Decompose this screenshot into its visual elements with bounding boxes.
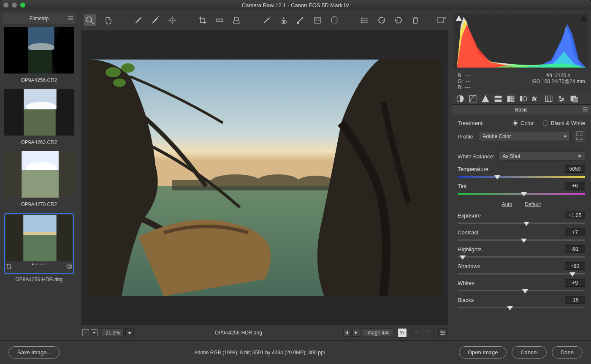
- settings-icon[interactable]: [438, 328, 447, 337]
- info-readout: R:--- G:--- B:--- f/9 1/125 s ISO 100 24…: [452, 70, 591, 93]
- svg-line-31: [91, 22, 94, 24]
- crop-tool-icon[interactable]: [198, 16, 207, 25]
- whites-slider[interactable]: [458, 288, 585, 294]
- svg-point-93: [562, 98, 564, 99]
- next-image-button[interactable]: [352, 329, 360, 337]
- filmstrip-thumb-selected[interactable]: OP9A4256-HDR.dng: [4, 213, 74, 287]
- filmstrip-thumb[interactable]: OP9A4262.CR2: [4, 89, 74, 149]
- tab-presets-icon[interactable]: [557, 95, 566, 103]
- workflow-options-link[interactable]: Adobe RGB (1998); 8 bit; 6591 by 4394 (2…: [60, 350, 459, 356]
- thumb-caption: OP9A4256.CR2: [4, 75, 74, 87]
- highlight-clip-warning-icon[interactable]: [580, 14, 588, 22]
- tab-calibration-icon[interactable]: [545, 95, 553, 103]
- zoom-out-button[interactable]: −: [82, 329, 89, 336]
- panel-menu-icon[interactable]: [582, 106, 588, 114]
- preview-image: [88, 60, 442, 296]
- tab-split-icon[interactable]: [507, 95, 515, 103]
- graduated-filter-tool-icon[interactable]: [313, 16, 322, 25]
- tab-snapshots-icon[interactable]: [570, 95, 578, 103]
- shadows-value[interactable]: +80: [565, 262, 585, 270]
- zoom-in-button[interactable]: +: [91, 329, 98, 336]
- copy-button[interactable]: [425, 328, 434, 337]
- spot-removal-tool-icon[interactable]: [262, 16, 271, 25]
- profile-browser-icon[interactable]: [575, 131, 585, 141]
- exposure-slider[interactable]: [458, 221, 585, 227]
- swap-button[interactable]: [411, 328, 420, 337]
- undo-icon[interactable]: [377, 16, 386, 25]
- white-balance-label: White Balance:: [458, 153, 494, 160]
- preview-area[interactable]: [81, 30, 448, 325]
- highlights-value[interactable]: -91: [565, 245, 585, 253]
- tab-basic-icon[interactable]: [456, 95, 464, 103]
- white-balance-tool-icon[interactable]: [134, 16, 143, 25]
- default-link[interactable]: Default: [525, 201, 541, 207]
- current-filename: OP9A4256-HDR.dng: [138, 330, 339, 336]
- blacks-value[interactable]: -18: [565, 296, 585, 304]
- filmstrip-list: OP9A4256.CR2 OP9A4262.CR2 OP9A4270.CR2 O…: [0, 25, 78, 340]
- targeted-adjustment-tool-icon[interactable]: [168, 16, 177, 25]
- svg-rect-14: [24, 109, 55, 136]
- right-panel: R:--- G:--- B:--- f/9 1/125 s ISO 100 24…: [452, 10, 591, 340]
- exposure-value[interactable]: +1.05: [565, 212, 585, 219]
- thumb-caption: OP9A4270.CR2: [4, 199, 74, 212]
- before-after-button[interactable]: Y↕: [398, 328, 407, 337]
- zoom-tool-icon[interactable]: [84, 14, 96, 26]
- blacks-slider[interactable]: [458, 305, 585, 311]
- treatment-color-radio[interactable]: Color: [512, 120, 534, 126]
- profile-label: Profile:: [458, 133, 474, 140]
- white-balance-select[interactable]: As Shot: [499, 152, 585, 161]
- save-image-button[interactable]: Save Image...: [8, 346, 60, 359]
- highlights-slider[interactable]: [458, 255, 585, 261]
- redeye-tool-icon[interactable]: [279, 16, 288, 25]
- svg-point-48: [283, 21, 285, 23]
- cancel-button[interactable]: Cancel: [512, 346, 546, 359]
- tab-curve-icon[interactable]: [469, 95, 477, 103]
- prev-image-button[interactable]: [343, 329, 351, 337]
- shadow-clip-warning-icon[interactable]: [455, 14, 463, 22]
- filmstrip-menu-icon[interactable]: [67, 15, 74, 23]
- tint-slider[interactable]: [458, 191, 585, 197]
- adjustment-brush-tool-icon[interactable]: [296, 16, 305, 25]
- temperature-value[interactable]: 5050: [565, 165, 585, 173]
- temperature-slider[interactable]: [458, 174, 585, 180]
- straighten-tool-icon[interactable]: [215, 16, 224, 25]
- tab-hsl-icon[interactable]: [494, 95, 502, 103]
- transform-tool-icon[interactable]: [232, 16, 241, 25]
- blacks-label: Blacks: [458, 297, 474, 303]
- zoom-dropdown-button[interactable]: [125, 328, 134, 337]
- profile-select[interactable]: Adobe Color: [479, 132, 571, 141]
- exposure-label: Exposure: [458, 212, 481, 219]
- treatment-bw-radio[interactable]: Black & White: [543, 120, 585, 126]
- filmstrip-thumb[interactable]: OP9A4256.CR2: [4, 27, 74, 87]
- thumb-caption: OP9A4262.CR2: [4, 137, 74, 149]
- trash-icon[interactable]: [411, 16, 420, 25]
- contrast-slider[interactable]: [458, 238, 585, 244]
- presets-icon[interactable]: [360, 16, 369, 25]
- tab-detail-icon[interactable]: [481, 95, 490, 103]
- window-title: Camera Raw 12.1 - Canon EOS 5D Mark IV: [0, 2, 591, 8]
- svg-point-27: [67, 264, 72, 269]
- done-button[interactable]: Done: [552, 346, 583, 359]
- contrast-value[interactable]: +7: [565, 228, 585, 236]
- svg-rect-24: [23, 215, 56, 232]
- svg-point-75: [442, 334, 443, 335]
- hand-tool-icon[interactable]: [103, 16, 113, 25]
- zoom-level-select[interactable]: 21.2%: [102, 329, 124, 337]
- svg-rect-8: [28, 50, 52, 73]
- whites-value[interactable]: +9: [565, 279, 585, 287]
- redo-icon[interactable]: [394, 16, 403, 25]
- tab-lens-icon[interactable]: [519, 95, 528, 103]
- shadows-slider[interactable]: [458, 272, 585, 277]
- filmstrip-thumb[interactable]: OP9A4270.CR2: [4, 151, 74, 212]
- open-image-button[interactable]: Open Image: [459, 346, 507, 359]
- fullscreen-icon[interactable]: [436, 16, 446, 25]
- tint-value[interactable]: +6: [565, 182, 585, 190]
- auto-link[interactable]: Auto: [502, 201, 512, 207]
- svg-point-92: [559, 96, 561, 98]
- histogram[interactable]: [454, 14, 588, 68]
- toolbar: [78, 10, 452, 30]
- tab-fx-icon[interactable]: fx: [532, 95, 540, 103]
- color-sampler-tool-icon[interactable]: [151, 16, 160, 25]
- svg-rect-25: [23, 232, 56, 235]
- radial-filter-tool-icon[interactable]: [330, 16, 339, 25]
